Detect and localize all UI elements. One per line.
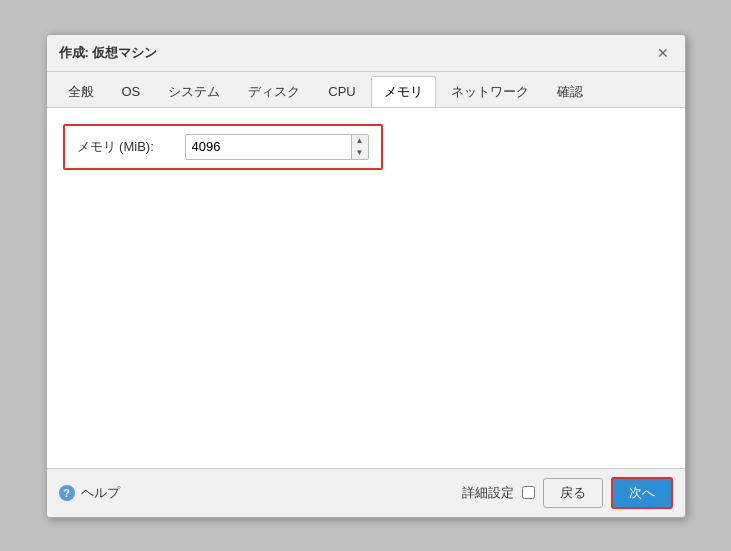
dialog-footer: ? ヘルプ 詳細設定 戻る 次へ	[47, 468, 685, 517]
footer-right: 詳細設定 戻る 次へ	[462, 477, 673, 509]
close-button[interactable]: ✕	[653, 43, 673, 63]
tab-全般[interactable]: 全般	[55, 76, 107, 107]
help-label: ヘルプ	[81, 484, 120, 502]
spinner-down-button[interactable]: ▼	[352, 147, 368, 159]
next-button[interactable]: 次へ	[611, 477, 673, 509]
memory-input[interactable]	[186, 136, 351, 157]
tab-システム[interactable]: システム	[155, 76, 233, 107]
tab-ディスク[interactable]: ディスク	[235, 76, 313, 107]
memory-input-wrap: ▲ ▼	[185, 134, 369, 160]
create-vm-dialog: 作成: 仮想マシン ✕ 全般OSシステムディスクCPUメモリネットワーク確認 メ…	[46, 34, 686, 518]
tab-ネットワーク[interactable]: ネットワーク	[438, 76, 542, 107]
dialog-content: メモリ (MiB): ▲ ▼	[47, 108, 685, 468]
titlebar: 作成: 仮想マシン ✕	[47, 35, 685, 72]
back-button[interactable]: 戻る	[543, 478, 603, 508]
tab-確認[interactable]: 確認	[544, 76, 596, 107]
tab-OS[interactable]: OS	[109, 77, 154, 105]
spinner-buttons: ▲ ▼	[351, 135, 368, 159]
footer-left: ? ヘルプ	[59, 484, 120, 502]
help-icon[interactable]: ?	[59, 485, 75, 501]
spinner-up-button[interactable]: ▲	[352, 135, 368, 147]
advanced-checkbox[interactable]	[522, 486, 535, 499]
memory-section: メモリ (MiB): ▲ ▼	[63, 124, 383, 170]
dialog-title: 作成: 仮想マシン	[59, 44, 158, 62]
memory-label: メモリ (MiB):	[77, 138, 177, 156]
tab-CPU[interactable]: CPU	[315, 77, 368, 105]
tab-メモリ[interactable]: メモリ	[371, 76, 436, 107]
tab-bar: 全般OSシステムディスクCPUメモリネットワーク確認	[47, 72, 685, 108]
advanced-label: 詳細設定	[462, 484, 514, 502]
